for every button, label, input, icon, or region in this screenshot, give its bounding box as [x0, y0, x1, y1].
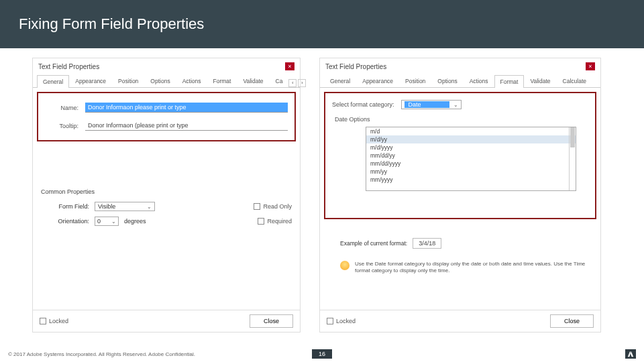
required-check[interactable]: Required: [258, 218, 292, 225]
tabs-bar-right: General Appearance Position Options Acti…: [320, 72, 600, 88]
checkbox-icon: [327, 318, 333, 324]
readonly-label: Read Only: [263, 203, 292, 210]
list-item[interactable]: mm/dd/yy: [366, 152, 576, 160]
chevron-down-icon: ⌄: [111, 219, 116, 225]
name-input[interactable]: Donor Informaon please print or type: [85, 103, 288, 113]
list-item[interactable]: m/d/yy: [366, 135, 576, 143]
tab-validate[interactable]: Validate: [524, 74, 556, 87]
tab-options[interactable]: Options: [144, 74, 176, 87]
list-item[interactable]: m/d: [366, 127, 576, 135]
panel-bottom-bar: Locked Close: [320, 310, 600, 332]
tab-format[interactable]: Format: [207, 74, 237, 87]
date-format-list[interactable]: m/d m/d/yy m/d/yyyy mm/dd/yy mm/dd/yyyy …: [366, 127, 576, 191]
slide-title: Fixing Form Field Properties: [19, 15, 204, 33]
date-options-label: Date Options: [332, 116, 588, 123]
tab-actions[interactable]: Actions: [176, 74, 207, 87]
format-category-select[interactable]: Date ⌄: [401, 100, 462, 109]
adobe-logo-icon: [625, 349, 636, 359]
slide-title-bar: Fixing Form Field Properties: [0, 0, 644, 48]
panels-row: Text Field Properties × General Appearan…: [0, 48, 644, 333]
tab-format[interactable]: Format: [494, 75, 525, 88]
tab-calculate[interactable]: Calculate: [557, 74, 592, 87]
tab-validate[interactable]: Validate: [237, 74, 269, 87]
hint-text: Use the Date format category to display …: [355, 261, 588, 275]
slide-footer: © 2017 Adobe Systems Incorporated. All R…: [0, 346, 644, 362]
chevron-down-icon: ⌄: [147, 204, 152, 210]
tab-next-icon[interactable]: ›: [298, 79, 306, 87]
checkbox-icon: [254, 203, 260, 210]
tab-general[interactable]: General: [324, 74, 356, 87]
locked-check[interactable]: Locked: [327, 318, 356, 324]
tab-position[interactable]: Position: [112, 74, 144, 87]
locked-label: Locked: [49, 318, 68, 324]
text-field-properties-general: Text Field Properties × General Appearan…: [32, 58, 301, 333]
name-label: Name:: [45, 105, 78, 111]
form-field-value: Visible: [98, 203, 115, 210]
form-field-label: Form Field:: [41, 203, 89, 210]
tab-appearance[interactable]: Appearance: [69, 74, 112, 87]
common-properties-title: Common Properties: [33, 182, 300, 199]
chevron-down-icon: ⌄: [453, 102, 458, 108]
window-title: Text Field Properties: [38, 63, 99, 70]
tab-actions[interactable]: Actions: [464, 74, 494, 87]
required-label: Required: [267, 218, 292, 225]
tooltip-input[interactable]: [85, 121, 288, 131]
tab-appearance[interactable]: Appearance: [356, 74, 399, 87]
highlight-box: Select format category: Date ⌄ Date Opti…: [324, 92, 596, 219]
tab-position[interactable]: Position: [399, 74, 431, 87]
orientation-select[interactable]: 0 ⌄: [95, 217, 119, 226]
degrees-label: degrees: [124, 218, 146, 225]
page-number: 16: [312, 349, 332, 359]
orientation-value: 0: [97, 218, 101, 225]
window-title: Text Field Properties: [325, 63, 386, 70]
readonly-check[interactable]: Read Only: [254, 203, 292, 210]
tab-options[interactable]: Options: [431, 74, 463, 87]
select-category-label: Select format category:: [332, 101, 394, 108]
close-button[interactable]: Close: [250, 314, 293, 328]
example-value: 3/4/18: [413, 238, 441, 249]
copyright: © 2017 Adobe Systems Incorporated. All R…: [8, 351, 195, 357]
orientation-label: Orientation:: [41, 218, 89, 225]
scrollbar[interactable]: [569, 127, 576, 190]
checkbox-icon: [258, 218, 264, 225]
checkbox-icon: [40, 318, 46, 324]
tab-prev-icon[interactable]: ‹: [288, 79, 297, 87]
list-item[interactable]: mm/yy: [366, 168, 576, 176]
close-icon[interactable]: ×: [285, 62, 294, 70]
list-item[interactable]: mm/dd/yyyy: [366, 160, 576, 168]
tooltip-label: Tooltip:: [45, 123, 78, 129]
locked-label: Locked: [336, 318, 356, 324]
text-field-properties-format: Text Field Properties × General Appearan…: [319, 58, 601, 333]
scroll-thumb[interactable]: [570, 127, 575, 147]
lightbulb-icon: [340, 261, 350, 270]
tabs-bar-left: General Appearance Position Options Acti…: [33, 72, 300, 88]
close-icon[interactable]: ×: [586, 62, 595, 70]
tab-general[interactable]: General: [37, 75, 69, 88]
list-item[interactable]: mm/yyyy: [366, 176, 576, 184]
hint-row: Use the Date format category to display …: [340, 261, 588, 275]
locked-check[interactable]: Locked: [40, 318, 68, 324]
example-label: Example of current format:: [340, 240, 407, 247]
close-button[interactable]: Close: [550, 314, 594, 328]
panel-bottom-bar: Locked Close: [33, 310, 300, 332]
highlight-box: Name: Donor Informaon please print or ty…: [37, 92, 296, 141]
form-field-select[interactable]: Visible ⌄: [95, 202, 155, 211]
list-item[interactable]: m/d/yyyy: [366, 143, 576, 152]
format-category-value: Date: [405, 101, 449, 108]
tab-calculate-trunc[interactable]: Ca: [270, 74, 289, 87]
